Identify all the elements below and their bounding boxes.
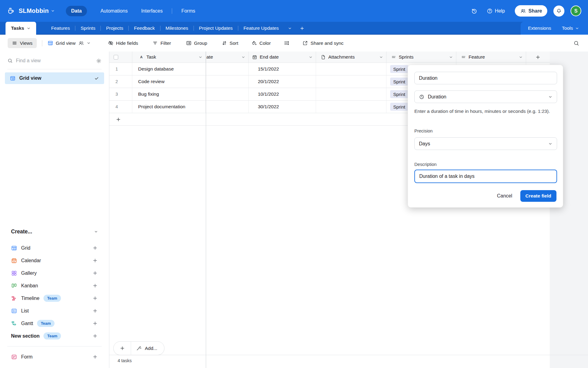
sort-button[interactable]: Sort [221, 40, 238, 46]
sprint-chip[interactable]: Sprint [390, 90, 408, 98]
precision-select[interactable]: Days [414, 137, 557, 150]
create-field-button[interactable]: Create field [520, 190, 556, 202]
create-item-new-section[interactable]: New section Team [0, 330, 109, 342]
add-record-plus-button[interactable] [114, 342, 131, 355]
cancel-button[interactable]: Cancel [497, 193, 512, 199]
current-view-button[interactable]: Grid view [47, 40, 91, 46]
tab-tasks-active[interactable]: Tasks [6, 22, 36, 35]
gear-icon[interactable] [96, 58, 102, 64]
bell-icon [556, 8, 562, 14]
create-item-list[interactable]: List [0, 305, 109, 317]
history-icon[interactable] [471, 8, 477, 14]
tabs-overflow-chevron-icon[interactable] [284, 26, 296, 30]
field-type-select[interactable]: Duration [414, 90, 557, 103]
task-cell[interactable]: Code review [132, 75, 206, 88]
field-name-input[interactable] [414, 72, 557, 84]
chevron-down-icon[interactable] [379, 55, 383, 59]
start-date-cell[interactable] [206, 101, 249, 113]
plus-icon[interactable] [92, 354, 98, 360]
task-cell[interactable]: Design database [132, 63, 206, 75]
chevron-down-icon[interactable] [241, 55, 245, 59]
sprint-chip[interactable]: Sprint [390, 103, 408, 111]
chevron-down-icon[interactable] [198, 55, 202, 59]
nav-interfaces[interactable]: Interfaces [141, 8, 163, 14]
column-header-feature[interactable]: Feature [456, 52, 526, 63]
tab-feature-updates[interactable]: Feature Updates [238, 22, 284, 35]
column-header-start-date-truncated[interactable]: ate [206, 52, 249, 63]
create-item-kanban[interactable]: Kanban [0, 279, 109, 292]
share-button[interactable]: Share [515, 5, 547, 17]
chevron-down-icon[interactable] [449, 55, 453, 59]
tab-milestones[interactable]: Milestones [160, 22, 194, 35]
create-item-calendar[interactable]: 31 Calendar [0, 254, 109, 267]
add-field-button[interactable] [526, 52, 550, 63]
sprint-chip[interactable]: Sprint [390, 65, 408, 73]
filter-button[interactable]: Filter [152, 40, 171, 46]
tab-sprints[interactable]: Sprints [75, 22, 100, 35]
help-button[interactable]: Help [487, 8, 505, 14]
chevron-down-icon[interactable] [519, 55, 523, 59]
hide-fields-button[interactable]: Hide fields [108, 40, 138, 46]
add-table-button[interactable] [296, 26, 308, 31]
end-date-cell[interactable]: 15/1/2022 [249, 63, 316, 75]
start-date-cell[interactable] [206, 88, 249, 100]
sidebar-view-grid-view[interactable]: Grid view [5, 72, 104, 84]
app-logo-icon[interactable] [7, 7, 15, 15]
create-section-header[interactable]: Create... [0, 226, 109, 237]
column-header-end-date[interactable]: 31 End date [249, 52, 316, 63]
nav-data[interactable]: Data [66, 6, 87, 16]
nav-automations[interactable]: Automations [100, 8, 128, 14]
workspace-chevron-icon[interactable] [51, 9, 55, 13]
row-height-button[interactable] [284, 40, 289, 46]
create-item-timeline[interactable]: Timeline Team [0, 292, 109, 305]
create-item-gallery[interactable]: Gallery [0, 267, 109, 279]
workspace-name[interactable]: SLMobbin [19, 7, 49, 14]
description-input[interactable] [414, 170, 557, 183]
start-date-cell[interactable] [206, 75, 249, 88]
tab-feedback[interactable]: Feedback [129, 22, 160, 35]
plus-icon[interactable] [92, 245, 98, 251]
views-button[interactable]: Views [8, 38, 37, 48]
attachments-cell[interactable] [316, 88, 386, 100]
find-view-input[interactable] [16, 58, 93, 63]
avatar[interactable]: S [571, 6, 581, 16]
notifications-button[interactable] [553, 6, 564, 17]
end-date-cell[interactable]: 30/1/2022 [249, 101, 316, 113]
task-cell[interactable]: Bug fixing [132, 88, 206, 100]
sprint-chip[interactable]: Sprint [390, 78, 408, 86]
create-item-grid[interactable]: Grid [0, 242, 109, 254]
attachments-cell[interactable] [316, 63, 386, 75]
chevron-down-icon[interactable] [309, 55, 313, 59]
end-date-cell[interactable]: 10/1/2022 [249, 88, 316, 100]
tools-button[interactable]: Tools [562, 25, 579, 31]
column-header-task[interactable]: A Task [132, 52, 206, 63]
extensions-button[interactable]: Extensions [528, 25, 551, 31]
plus-icon[interactable] [92, 320, 98, 326]
frozen-column-divider[interactable] [206, 52, 206, 368]
plus-icon[interactable] [92, 258, 98, 263]
share-and-sync-button[interactable]: Share and sync [302, 40, 344, 46]
attachments-cell[interactable] [316, 75, 386, 88]
plus-icon[interactable] [92, 283, 98, 289]
tab-projects[interactable]: Projects [101, 22, 128, 35]
plus-icon[interactable] [92, 308, 98, 314]
column-header-attachments[interactable]: Attachments [316, 52, 386, 63]
create-item-gantt[interactable]: Gantt Team [0, 317, 109, 330]
select-all-checkbox[interactable] [114, 55, 118, 59]
start-date-cell[interactable] [206, 63, 249, 75]
end-date-cell[interactable]: 20/1/2022 [249, 75, 316, 88]
plus-icon[interactable] [92, 270, 98, 276]
tab-project-updates[interactable]: Project Updates [194, 22, 238, 35]
attachments-cell[interactable] [316, 101, 386, 113]
plus-icon[interactable] [92, 333, 98, 339]
search-icon[interactable] [573, 40, 579, 46]
tab-features[interactable]: Features [46, 22, 75, 35]
color-button[interactable]: Color [251, 40, 271, 46]
add-with-ai-button[interactable]: Add... [131, 345, 164, 351]
plus-icon[interactable] [92, 295, 98, 301]
nav-forms[interactable]: Forms [181, 8, 195, 14]
create-item-form[interactable]: Form [0, 351, 109, 363]
column-header-sprints[interactable]: Sprints [386, 52, 456, 63]
group-button[interactable]: Group [186, 40, 207, 46]
task-cell[interactable]: Project documentation [132, 101, 206, 113]
